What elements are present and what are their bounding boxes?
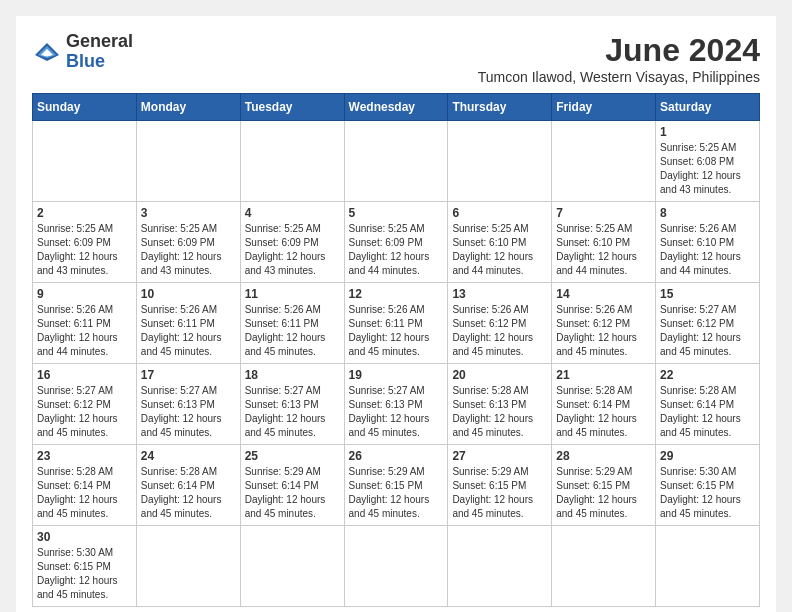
day-number: 6 xyxy=(452,206,547,220)
calendar-cell xyxy=(136,526,240,607)
calendar-cell: 20Sunrise: 5:28 AM Sunset: 6:13 PM Dayli… xyxy=(448,364,552,445)
calendar-cell xyxy=(448,121,552,202)
title-area: June 2024 Tumcon Ilawod, Western Visayas… xyxy=(478,32,760,85)
week-row-4: 16Sunrise: 5:27 AM Sunset: 6:12 PM Dayli… xyxy=(33,364,760,445)
calendar-cell: 11Sunrise: 5:26 AM Sunset: 6:11 PM Dayli… xyxy=(240,283,344,364)
day-header-thursday: Thursday xyxy=(448,94,552,121)
calendar-cell: 30Sunrise: 5:30 AM Sunset: 6:15 PM Dayli… xyxy=(33,526,137,607)
day-info: Sunrise: 5:29 AM Sunset: 6:15 PM Dayligh… xyxy=(556,465,651,521)
day-number: 20 xyxy=(452,368,547,382)
day-number: 29 xyxy=(660,449,755,463)
day-number: 15 xyxy=(660,287,755,301)
day-number: 18 xyxy=(245,368,340,382)
day-info: Sunrise: 5:25 AM Sunset: 6:09 PM Dayligh… xyxy=(37,222,132,278)
calendar-cell xyxy=(240,526,344,607)
day-number: 2 xyxy=(37,206,132,220)
day-number: 3 xyxy=(141,206,236,220)
calendar-cell: 2Sunrise: 5:25 AM Sunset: 6:09 PM Daylig… xyxy=(33,202,137,283)
calendar-cell: 8Sunrise: 5:26 AM Sunset: 6:10 PM Daylig… xyxy=(656,202,760,283)
day-info: Sunrise: 5:25 AM Sunset: 6:10 PM Dayligh… xyxy=(556,222,651,278)
day-info: Sunrise: 5:29 AM Sunset: 6:15 PM Dayligh… xyxy=(452,465,547,521)
logo-blue: Blue xyxy=(66,51,105,71)
calendar-cell xyxy=(33,121,137,202)
day-info: Sunrise: 5:28 AM Sunset: 6:14 PM Dayligh… xyxy=(660,384,755,440)
day-info: Sunrise: 5:29 AM Sunset: 6:15 PM Dayligh… xyxy=(349,465,444,521)
day-number: 11 xyxy=(245,287,340,301)
logo: General Blue xyxy=(32,32,133,72)
day-header-sunday: Sunday xyxy=(33,94,137,121)
calendar-cell: 18Sunrise: 5:27 AM Sunset: 6:13 PM Dayli… xyxy=(240,364,344,445)
calendar-cell: 13Sunrise: 5:26 AM Sunset: 6:12 PM Dayli… xyxy=(448,283,552,364)
day-info: Sunrise: 5:26 AM Sunset: 6:11 PM Dayligh… xyxy=(37,303,132,359)
calendar-cell: 29Sunrise: 5:30 AM Sunset: 6:15 PM Dayli… xyxy=(656,445,760,526)
day-header-monday: Monday xyxy=(136,94,240,121)
day-number: 5 xyxy=(349,206,444,220)
day-info: Sunrise: 5:25 AM Sunset: 6:09 PM Dayligh… xyxy=(141,222,236,278)
calendar-cell: 16Sunrise: 5:27 AM Sunset: 6:12 PM Dayli… xyxy=(33,364,137,445)
day-number: 12 xyxy=(349,287,444,301)
calendar-cell: 17Sunrise: 5:27 AM Sunset: 6:13 PM Dayli… xyxy=(136,364,240,445)
month-title: June 2024 xyxy=(478,32,760,69)
calendar-cell: 25Sunrise: 5:29 AM Sunset: 6:14 PM Dayli… xyxy=(240,445,344,526)
calendar-cell: 28Sunrise: 5:29 AM Sunset: 6:15 PM Dayli… xyxy=(552,445,656,526)
calendar-cell: 9Sunrise: 5:26 AM Sunset: 6:11 PM Daylig… xyxy=(33,283,137,364)
calendar-cell: 3Sunrise: 5:25 AM Sunset: 6:09 PM Daylig… xyxy=(136,202,240,283)
calendar-cell: 27Sunrise: 5:29 AM Sunset: 6:15 PM Dayli… xyxy=(448,445,552,526)
day-info: Sunrise: 5:26 AM Sunset: 6:12 PM Dayligh… xyxy=(556,303,651,359)
day-number: 25 xyxy=(245,449,340,463)
calendar-cell: 15Sunrise: 5:27 AM Sunset: 6:12 PM Dayli… xyxy=(656,283,760,364)
calendar-cell: 1Sunrise: 5:25 AM Sunset: 6:08 PM Daylig… xyxy=(656,121,760,202)
calendar-cell xyxy=(552,121,656,202)
day-number: 16 xyxy=(37,368,132,382)
day-number: 1 xyxy=(660,125,755,139)
day-info: Sunrise: 5:28 AM Sunset: 6:13 PM Dayligh… xyxy=(452,384,547,440)
calendar-cell: 22Sunrise: 5:28 AM Sunset: 6:14 PM Dayli… xyxy=(656,364,760,445)
week-row-6: 30Sunrise: 5:30 AM Sunset: 6:15 PM Dayli… xyxy=(33,526,760,607)
day-info: Sunrise: 5:29 AM Sunset: 6:14 PM Dayligh… xyxy=(245,465,340,521)
day-number: 23 xyxy=(37,449,132,463)
day-number: 24 xyxy=(141,449,236,463)
day-info: Sunrise: 5:28 AM Sunset: 6:14 PM Dayligh… xyxy=(141,465,236,521)
logo-text: General Blue xyxy=(66,32,133,72)
day-number: 8 xyxy=(660,206,755,220)
calendar-cell: 24Sunrise: 5:28 AM Sunset: 6:14 PM Dayli… xyxy=(136,445,240,526)
calendar-cell xyxy=(240,121,344,202)
calendar-cell: 5Sunrise: 5:25 AM Sunset: 6:09 PM Daylig… xyxy=(344,202,448,283)
week-row-3: 9Sunrise: 5:26 AM Sunset: 6:11 PM Daylig… xyxy=(33,283,760,364)
day-info: Sunrise: 5:26 AM Sunset: 6:12 PM Dayligh… xyxy=(452,303,547,359)
day-info: Sunrise: 5:25 AM Sunset: 6:10 PM Dayligh… xyxy=(452,222,547,278)
day-number: 30 xyxy=(37,530,132,544)
calendar-cell xyxy=(552,526,656,607)
day-info: Sunrise: 5:27 AM Sunset: 6:12 PM Dayligh… xyxy=(660,303,755,359)
day-info: Sunrise: 5:30 AM Sunset: 6:15 PM Dayligh… xyxy=(660,465,755,521)
calendar-cell: 7Sunrise: 5:25 AM Sunset: 6:10 PM Daylig… xyxy=(552,202,656,283)
day-info: Sunrise: 5:26 AM Sunset: 6:11 PM Dayligh… xyxy=(349,303,444,359)
day-number: 9 xyxy=(37,287,132,301)
day-number: 13 xyxy=(452,287,547,301)
calendar-cell: 26Sunrise: 5:29 AM Sunset: 6:15 PM Dayli… xyxy=(344,445,448,526)
day-info: Sunrise: 5:25 AM Sunset: 6:09 PM Dayligh… xyxy=(349,222,444,278)
day-info: Sunrise: 5:27 AM Sunset: 6:12 PM Dayligh… xyxy=(37,384,132,440)
day-number: 26 xyxy=(349,449,444,463)
day-info: Sunrise: 5:26 AM Sunset: 6:11 PM Dayligh… xyxy=(141,303,236,359)
generalblue-logo-icon xyxy=(32,40,62,64)
calendar-cell xyxy=(344,121,448,202)
day-info: Sunrise: 5:25 AM Sunset: 6:09 PM Dayligh… xyxy=(245,222,340,278)
calendar-table: SundayMondayTuesdayWednesdayThursdayFrid… xyxy=(32,93,760,607)
day-info: Sunrise: 5:27 AM Sunset: 6:13 PM Dayligh… xyxy=(141,384,236,440)
page: General Blue June 2024 Tumcon Ilawod, We… xyxy=(16,16,776,612)
day-info: Sunrise: 5:28 AM Sunset: 6:14 PM Dayligh… xyxy=(37,465,132,521)
day-info: Sunrise: 5:26 AM Sunset: 6:10 PM Dayligh… xyxy=(660,222,755,278)
day-header-saturday: Saturday xyxy=(656,94,760,121)
calendar-cell: 19Sunrise: 5:27 AM Sunset: 6:13 PM Dayli… xyxy=(344,364,448,445)
day-header-row: SundayMondayTuesdayWednesdayThursdayFrid… xyxy=(33,94,760,121)
week-row-1: 1Sunrise: 5:25 AM Sunset: 6:08 PM Daylig… xyxy=(33,121,760,202)
day-number: 27 xyxy=(452,449,547,463)
day-info: Sunrise: 5:27 AM Sunset: 6:13 PM Dayligh… xyxy=(349,384,444,440)
day-header-wednesday: Wednesday xyxy=(344,94,448,121)
calendar-cell: 4Sunrise: 5:25 AM Sunset: 6:09 PM Daylig… xyxy=(240,202,344,283)
calendar-cell xyxy=(448,526,552,607)
day-number: 21 xyxy=(556,368,651,382)
day-number: 4 xyxy=(245,206,340,220)
logo-general: General xyxy=(66,31,133,51)
